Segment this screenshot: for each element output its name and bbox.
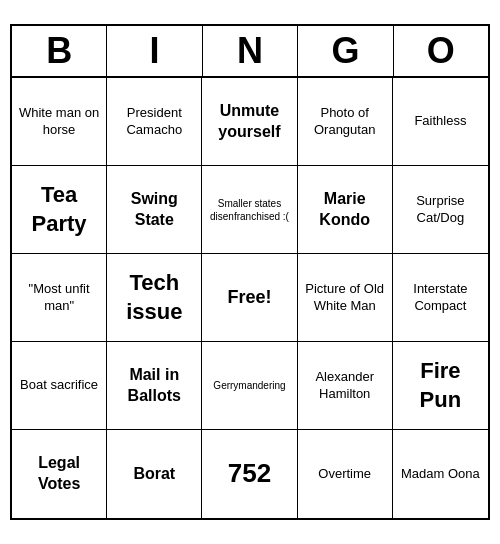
bingo-cell-22[interactable]: 752: [202, 430, 297, 518]
header-b: B: [12, 26, 107, 76]
bingo-cell-16[interactable]: Mail in Ballots: [107, 342, 202, 430]
bingo-cell-15[interactable]: Boat sacrifice: [12, 342, 107, 430]
bingo-cell-23[interactable]: Overtime: [298, 430, 393, 518]
bingo-cell-10[interactable]: "Most unfit man": [12, 254, 107, 342]
bingo-cell-14[interactable]: Interstate Compact: [393, 254, 488, 342]
bingo-cell-3[interactable]: Photo of Orangutan: [298, 78, 393, 166]
bingo-cell-13[interactable]: Picture of Old White Man: [298, 254, 393, 342]
bingo-cell-18[interactable]: Alexander Hamilton: [298, 342, 393, 430]
bingo-cell-21[interactable]: Borat: [107, 430, 202, 518]
header-n: N: [203, 26, 298, 76]
bingo-cell-4[interactable]: Faithless: [393, 78, 488, 166]
bingo-cell-24[interactable]: Madam Oona: [393, 430, 488, 518]
bingo-cell-0[interactable]: White man on horse: [12, 78, 107, 166]
bingo-cell-9[interactable]: Surprise Cat/Dog: [393, 166, 488, 254]
bingo-cell-5[interactable]: Tea Party: [12, 166, 107, 254]
bingo-cell-17[interactable]: Gerrymandering: [202, 342, 297, 430]
header-i: I: [107, 26, 202, 76]
bingo-cell-6[interactable]: Swing State: [107, 166, 202, 254]
bingo-cell-7[interactable]: Smaller states disenfranchised :(: [202, 166, 297, 254]
bingo-cell-8[interactable]: Marie Kondo: [298, 166, 393, 254]
bingo-cell-11[interactable]: Tech issue: [107, 254, 202, 342]
header-g: G: [298, 26, 393, 76]
bingo-cell-2[interactable]: Unmute yourself: [202, 78, 297, 166]
bingo-cell-19[interactable]: Fire Pun: [393, 342, 488, 430]
bingo-header: B I N G O: [12, 26, 488, 78]
bingo-cell-20[interactable]: Legal Votes: [12, 430, 107, 518]
bingo-cell-12[interactable]: Free!: [202, 254, 297, 342]
bingo-grid: White man on horsePresident CamachoUnmut…: [12, 78, 488, 518]
header-o: O: [394, 26, 488, 76]
bingo-card: B I N G O White man on horsePresident Ca…: [10, 24, 490, 520]
bingo-cell-1[interactable]: President Camacho: [107, 78, 202, 166]
